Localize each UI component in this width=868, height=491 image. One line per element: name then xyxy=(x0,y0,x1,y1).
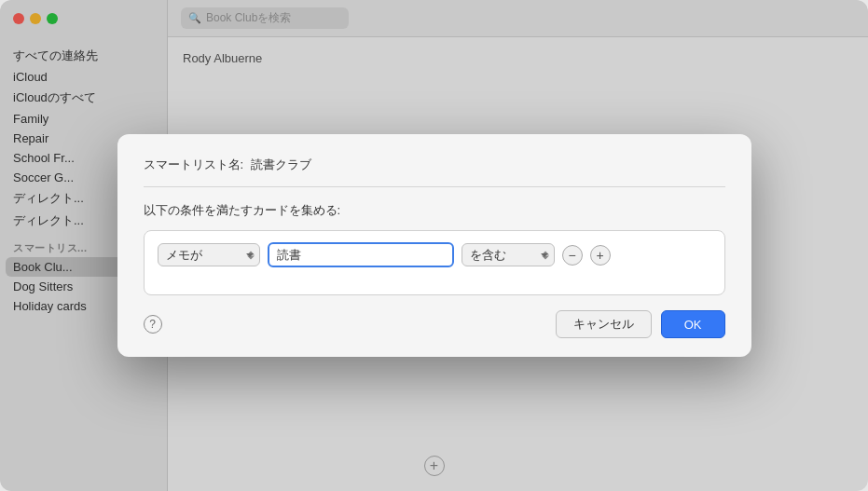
condition-row: メモが を含む xyxy=(158,242,711,267)
name-label: スマートリスト名: xyxy=(144,157,244,173)
type-select-wrapper: を含む xyxy=(462,243,555,266)
footer-buttons: キャンセル OK xyxy=(556,310,725,338)
app-window: すべての連絡先 iCloud iCloudのすべて Family Repair … xyxy=(0,0,868,491)
cancel-button[interactable]: キャンセル xyxy=(556,310,652,338)
condition-text-input[interactable] xyxy=(268,242,454,267)
field-select-wrapper: メモが xyxy=(158,243,260,266)
condition-type-select[interactable]: を含む xyxy=(462,243,555,266)
modal-footer: ? キャンセル OK xyxy=(144,310,725,338)
condition-rows-container: メモが を含む xyxy=(144,230,725,295)
modal-name-row: スマートリスト名: xyxy=(144,157,725,187)
condition-label: 以下の条件を満たすカードを集める: xyxy=(144,202,725,219)
remove-condition-button[interactable]: − xyxy=(562,245,583,266)
add-condition-button[interactable]: + xyxy=(590,245,611,266)
help-button[interactable]: ? xyxy=(144,315,162,334)
modal-overlay: スマートリスト名: 以下の条件を満たすカードを集める: メモが xyxy=(0,0,868,491)
smart-list-modal: スマートリスト名: 以下の条件を満たすカードを集める: メモが xyxy=(117,134,751,357)
smart-list-name-input[interactable] xyxy=(251,158,724,172)
ok-button[interactable]: OK xyxy=(661,310,725,338)
condition-field-select[interactable]: メモが xyxy=(158,243,260,266)
